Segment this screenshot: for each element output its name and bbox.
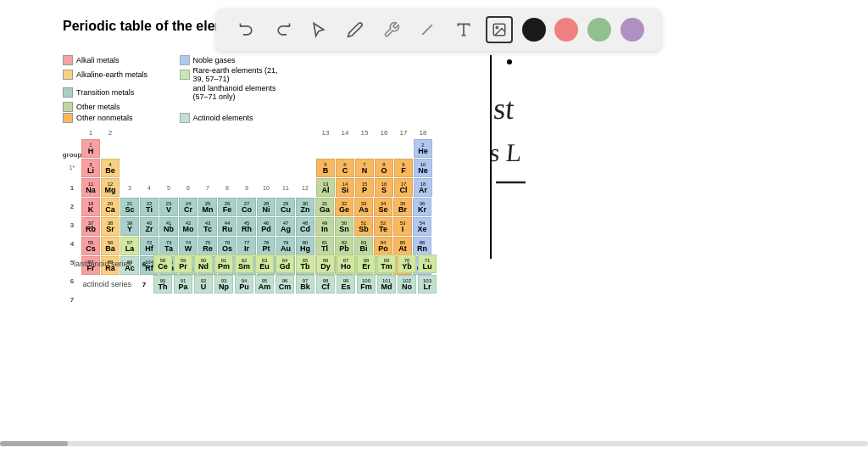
element-Rh[interactable]: 45Rh <box>237 217 256 236</box>
element-Mo[interactable]: 42Mo <box>179 217 198 236</box>
element-Li[interactable]: 3Li <box>81 159 100 177</box>
element-Si[interactable]: 14Si <box>336 178 354 197</box>
element-He[interactable]: 2He <box>414 139 432 158</box>
element-Ca[interactable]: 20Ca <box>101 198 120 216</box>
element-Yb[interactable]: 70Yb <box>398 254 416 273</box>
element-Al[interactable]: 13Al <box>316 178 335 197</box>
element-Pt[interactable]: 78Pt <box>257 237 275 255</box>
element-Er[interactable]: 68Er <box>357 254 376 273</box>
element-Mg[interactable]: 12Mg <box>101 178 120 197</box>
element-La[interactable]: 57La <box>120 237 139 255</box>
element-F[interactable]: 9F <box>394 159 413 177</box>
element-U[interactable]: 92U <box>194 275 213 294</box>
element-As[interactable]: 33As <box>354 198 373 216</box>
undo-button[interactable] <box>233 16 260 43</box>
element-Pd[interactable]: 46Pd <box>257 217 275 236</box>
element-Pm[interactable]: 61Pm <box>214 254 233 273</box>
element-H[interactable]: 1H <box>81 139 100 158</box>
element-In[interactable]: 49In <box>315 217 334 236</box>
element-Te[interactable]: 52Te <box>374 217 392 236</box>
element-B[interactable]: 5B <box>316 159 335 177</box>
element-Co[interactable]: 27Co <box>237 198 256 216</box>
element-Rb[interactable]: 37Rb <box>81 217 100 236</box>
element-Pa[interactable]: 91Pa <box>174 275 192 294</box>
element-Eu[interactable]: 63Eu <box>255 254 274 273</box>
element-C[interactable]: 6C <box>336 159 354 177</box>
element-At[interactable]: 85At <box>393 237 412 255</box>
element-Md[interactable]: 101Md <box>377 275 396 294</box>
element-Nd[interactable]: 60Nd <box>194 254 213 273</box>
element-Tb[interactable]: 65Tb <box>296 254 314 273</box>
element-Cf[interactable]: 98Cf <box>316 275 335 294</box>
text-tool[interactable] <box>450 16 477 43</box>
element-Os[interactable]: 76Os <box>218 237 236 255</box>
element-S[interactable]: 16S <box>375 178 393 197</box>
element-Cm[interactable]: 96Cm <box>275 275 294 294</box>
element-Hg[interactable]: 80Hg <box>296 237 314 255</box>
select-tool[interactable] <box>305 16 332 43</box>
color-black[interactable] <box>522 18 546 42</box>
element-Sb[interactable]: 51Sb <box>354 217 373 236</box>
element-Ga[interactable]: 31Ga <box>315 198 334 216</box>
element-Cl[interactable]: 17Cl <box>394 178 413 197</box>
element-Xe[interactable]: 54Xe <box>413 217 431 236</box>
element-Bi[interactable]: 83Bi <box>354 237 373 255</box>
element-Th[interactable]: 90Th <box>153 275 172 294</box>
element-Tc[interactable]: 43Tc <box>198 217 217 236</box>
element-Lr[interactable]: 103Lr <box>418 275 437 294</box>
element-Ir[interactable]: 77Ir <box>237 237 256 255</box>
element-Gd[interactable]: 64Gd <box>275 254 294 273</box>
element-Be[interactable]: 4Be <box>101 159 120 177</box>
element-Fm[interactable]: 100Fm <box>357 275 376 294</box>
element-Sc[interactable]: 21Sc <box>120 198 139 216</box>
scrollbar[interactable] <box>0 441 868 446</box>
element-Y[interactable]: 39Y <box>120 217 139 236</box>
element-Lu[interactable]: 71Lu <box>418 254 437 273</box>
element-Cr[interactable]: 24Cr <box>179 198 198 216</box>
element-Zr[interactable]: 40Zr <box>140 217 159 236</box>
element-Rn[interactable]: 86Rn <box>413 237 431 255</box>
image-tool[interactable] <box>486 16 513 43</box>
element-Cs[interactable]: 55Cs <box>81 237 100 255</box>
element-Pu[interactable]: 94Pu <box>235 275 253 294</box>
element-Ba[interactable]: 56Ba <box>101 237 120 255</box>
element-Se[interactable]: 34Se <box>374 198 392 216</box>
element-V[interactable]: 23V <box>159 198 178 216</box>
element-I[interactable]: 53I <box>393 217 412 236</box>
element-K[interactable]: 19K <box>81 198 100 216</box>
element-Cd[interactable]: 48Cd <box>296 217 314 236</box>
element-Ta[interactable]: 73Ta <box>159 237 178 255</box>
element-N[interactable]: 7N <box>355 159 374 177</box>
color-purple[interactable] <box>620 18 644 42</box>
color-pink[interactable] <box>554 18 578 42</box>
element-Kr[interactable]: 36Kr <box>413 198 431 216</box>
element-Tm[interactable]: 69Tm <box>377 254 396 273</box>
element-Re[interactable]: 75Re <box>198 237 217 255</box>
element-Zn[interactable]: 30Zn <box>296 198 314 216</box>
element-Po[interactable]: 84Po <box>374 237 392 255</box>
element-Ne[interactable]: 10Ne <box>414 159 432 177</box>
element-W[interactable]: 74W <box>179 237 198 255</box>
element-P[interactable]: 15P <box>355 178 374 197</box>
element-Fe[interactable]: 26Fe <box>218 198 236 216</box>
element-Au[interactable]: 79Au <box>276 237 295 255</box>
element-Sm[interactable]: 62Sm <box>235 254 253 273</box>
element-Pr[interactable]: 59Pr <box>174 254 192 273</box>
element-Ru[interactable]: 44Ru <box>218 217 236 236</box>
color-green[interactable] <box>587 18 611 42</box>
element-Dy[interactable]: 66Dy <box>316 254 335 273</box>
element-Am[interactable]: 95Am <box>255 275 274 294</box>
element-Na[interactable]: 11Na <box>81 178 100 197</box>
element-Pb[interactable]: 82Pb <box>335 237 353 255</box>
element-Cu[interactable]: 29Cu <box>276 198 295 216</box>
element-Br[interactable]: 35Br <box>393 198 412 216</box>
element-O[interactable]: 8O <box>375 159 393 177</box>
element-Ag[interactable]: 47Ag <box>276 217 295 236</box>
element-Ce[interactable]: 58Ce <box>153 254 172 273</box>
element-No[interactable]: 102No <box>398 275 416 294</box>
element-Sr[interactable]: 38Sr <box>101 217 120 236</box>
element-Ni[interactable]: 28Ni <box>257 198 275 216</box>
element-Nb[interactable]: 41Nb <box>159 217 178 236</box>
tools-menu[interactable] <box>378 16 405 43</box>
element-Ge[interactable]: 32Ge <box>335 198 353 216</box>
